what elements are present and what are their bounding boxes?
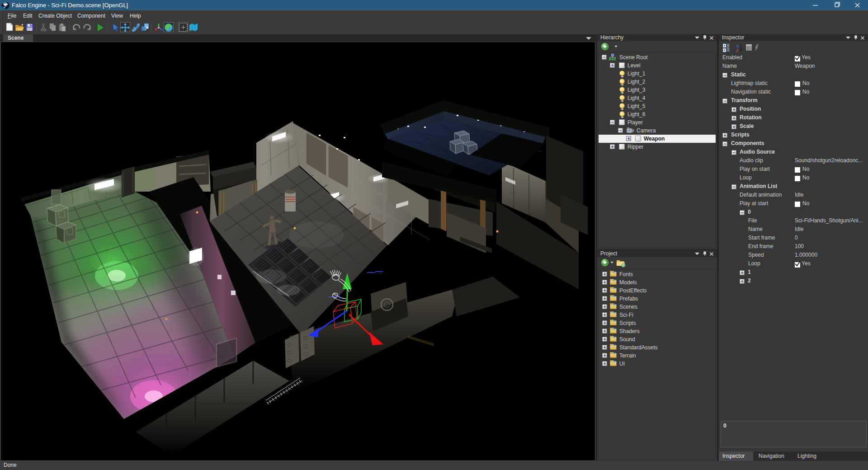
svg-text:A: A <box>736 44 739 48</box>
svg-text:Z: Z <box>736 48 739 52</box>
